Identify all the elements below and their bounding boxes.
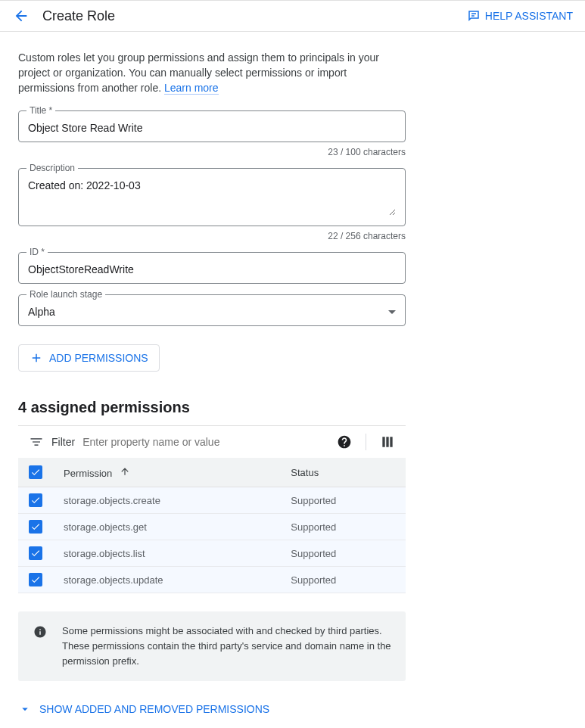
plus-icon bbox=[30, 351, 43, 365]
description-field-border: Description bbox=[18, 168, 406, 226]
permissions-table-container: Filter Permission Status bbox=[18, 425, 406, 593]
select-all-checkbox[interactable] bbox=[29, 465, 42, 479]
title-label: Title * bbox=[26, 105, 55, 116]
row-checkbox[interactable] bbox=[29, 546, 42, 560]
add-permissions-button[interactable]: ADD PERMISSIONS bbox=[18, 344, 160, 372]
table-row: storage.objects.update Supported bbox=[18, 567, 406, 593]
permission-cell: storage.objects.list bbox=[53, 540, 280, 567]
status-cell: Supported bbox=[280, 487, 406, 514]
permissions-tbody: storage.objects.create Supported storage… bbox=[18, 487, 406, 593]
filter-input[interactable] bbox=[82, 436, 329, 448]
help-icon[interactable] bbox=[337, 434, 352, 450]
description-textarea[interactable] bbox=[28, 179, 396, 216]
table-row: storage.objects.get Supported bbox=[18, 514, 406, 540]
status-cell: Supported bbox=[280, 567, 406, 593]
filter-label: Filter bbox=[51, 436, 75, 448]
stage-label: Role launch stage bbox=[26, 289, 105, 300]
learn-more-link[interactable]: Learn more bbox=[164, 82, 219, 95]
stage-field-group: Role launch stage Alpha bbox=[18, 294, 406, 326]
chevron-down-icon bbox=[18, 702, 32, 716]
title-input[interactable] bbox=[28, 122, 396, 134]
filter-icon bbox=[29, 434, 44, 450]
columns-icon[interactable] bbox=[380, 434, 395, 450]
help-assistant-button[interactable]: HELP ASSISTANT bbox=[467, 9, 573, 23]
info-box: Some permissions might be associated wit… bbox=[18, 611, 406, 681]
divider bbox=[366, 434, 366, 450]
row-checkbox[interactable] bbox=[29, 520, 42, 534]
description-field-group: Description bbox=[18, 168, 406, 226]
row-checkbox[interactable] bbox=[29, 573, 42, 586]
permission-cell: storage.objects.get bbox=[53, 514, 280, 540]
permission-cell: storage.objects.create bbox=[53, 487, 280, 514]
description-label: Description bbox=[26, 163, 78, 173]
help-assistant-label: HELP ASSISTANT bbox=[485, 10, 573, 22]
chat-icon bbox=[467, 9, 481, 23]
info-icon bbox=[33, 625, 47, 639]
stage-select[interactable]: Role launch stage Alpha bbox=[18, 294, 406, 326]
status-cell: Supported bbox=[280, 514, 406, 540]
table-header-row: Permission Status bbox=[18, 458, 406, 487]
permission-cell: storage.objects.update bbox=[53, 567, 280, 593]
sort-up-icon bbox=[120, 466, 130, 479]
page-header: Create Role HELP ASSISTANT bbox=[0, 0, 585, 32]
page-title: Create Role bbox=[42, 8, 115, 24]
select-all-header bbox=[18, 458, 53, 487]
id-field-border: ID * bbox=[18, 252, 406, 284]
content: Custom roles let you group permissions a… bbox=[0, 32, 424, 728]
assigned-permissions-heading: 4 assigned permissions bbox=[18, 399, 406, 416]
id-label: ID * bbox=[26, 247, 48, 257]
title-field-group: Title * bbox=[18, 110, 406, 142]
title-field-border: Title * bbox=[18, 110, 406, 142]
header-left: Create Role bbox=[12, 7, 115, 25]
status-cell: Supported bbox=[280, 540, 406, 567]
table-row: storage.objects.list Supported bbox=[18, 540, 406, 567]
filter-actions bbox=[337, 434, 395, 450]
id-field-group: ID * bbox=[18, 252, 406, 284]
status-column-header[interactable]: Status bbox=[280, 458, 406, 487]
add-permissions-label: ADD PERMISSIONS bbox=[49, 352, 148, 364]
show-added-label: SHOW ADDED AND REMOVED PERMISSIONS bbox=[39, 703, 269, 715]
description-char-count: 22 / 256 characters bbox=[18, 231, 406, 241]
info-text: Some permissions might be associated wit… bbox=[62, 625, 391, 667]
title-char-count: 23 / 100 characters bbox=[18, 147, 406, 157]
permissions-table: Permission Status storage.objects.create… bbox=[18, 458, 406, 593]
stage-value: Alpha bbox=[28, 306, 55, 318]
filter-bar: Filter bbox=[18, 426, 406, 458]
table-row: storage.objects.create Supported bbox=[18, 487, 406, 514]
intro-text: Custom roles let you group permissions a… bbox=[18, 50, 406, 95]
permission-column-label: Permission bbox=[64, 468, 112, 479]
chevron-down-icon bbox=[388, 310, 396, 314]
permission-column-header[interactable]: Permission bbox=[53, 458, 280, 487]
back-arrow-icon[interactable] bbox=[12, 7, 30, 25]
row-checkbox[interactable] bbox=[29, 493, 42, 507]
show-added-removed-toggle[interactable]: SHOW ADDED AND REMOVED PERMISSIONS bbox=[18, 702, 406, 716]
id-input[interactable] bbox=[28, 263, 396, 275]
